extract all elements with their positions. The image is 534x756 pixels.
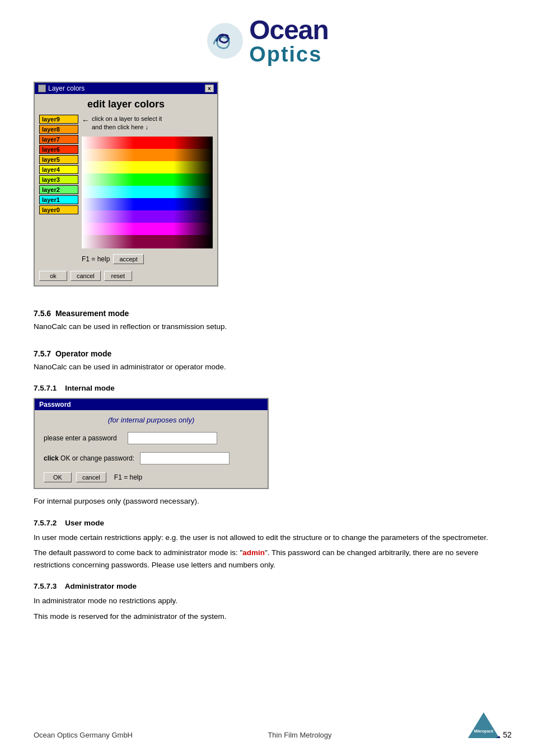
password-f1-help: F1 = help [114, 473, 142, 481]
dialog-bottom-row: ok cancel reset [35, 269, 217, 285]
dialog-titlebar: Layer colors × [35, 83, 217, 94]
section-757-body: NanoCalc can be used in administrator or… [34, 361, 500, 373]
ocean-optics-logo-icon [205, 21, 245, 60]
layer5-button[interactable]: layer5 [39, 155, 78, 164]
password-change-input[interactable] [140, 452, 229, 464]
password-buttons: OK cancel F1 = help [44, 472, 259, 482]
titlebar-left: Layer colors [38, 84, 85, 92]
color-picker-overlay [82, 137, 213, 248]
section-757-heading: 7.5.7 Operator mode [34, 349, 500, 358]
section-757-number: 7.5.7 [34, 349, 51, 358]
layer9-button[interactable]: layer9 [39, 115, 78, 124]
dialog-title: Layer colors [48, 84, 85, 92]
password-body: (for internal purposes only) please ente… [35, 410, 268, 488]
section-7571-body: For internal purposes only (password nec… [34, 496, 500, 507]
admin-password-label: admin [242, 548, 265, 557]
layer6-button[interactable]: layer6 [39, 145, 78, 154]
section-756-body: NanoCalc can be used in reflection or tr… [34, 321, 500, 332]
password-click-suffix: OK or change password: [60, 454, 134, 462]
layer7-button[interactable]: layer7 [39, 135, 78, 144]
dialog-close-button[interactable]: × [205, 84, 214, 92]
accept-row: F1 = help accept [82, 254, 213, 264]
color-picker-area[interactable] [82, 137, 213, 248]
password-dialog: Password (for internal purposes only) pl… [34, 398, 269, 489]
instruction-text: click on a layer to select it and then c… [92, 115, 162, 132]
footer-company: Ocean Optics Germany GmbH [34, 731, 133, 739]
section-7571-title: Internal mode [65, 384, 115, 392]
section-756-heading: 7.5.6 Measurement mode [34, 309, 500, 318]
cancel-button[interactable]: cancel [71, 271, 101, 281]
layer-list: layer9 layer8 layer7 layer6 layer5 layer… [39, 115, 78, 264]
section-7573-body1: In administrator mode no restrictions ap… [34, 595, 500, 607]
password-click-row: click OK or change password: [44, 452, 259, 464]
dialog-icon [38, 84, 46, 92]
footer-product: Thin Film Metrology [268, 731, 331, 739]
arrow-down-icon: ↓ [145, 124, 148, 130]
password-cancel-button[interactable]: cancel [76, 472, 106, 482]
layer4-button[interactable]: layer4 [39, 165, 78, 174]
password-field-row: please enter a password [44, 432, 259, 444]
instruction-area: ← click on a layer to select it and then… [82, 115, 213, 132]
password-titlebar: Password [35, 399, 268, 410]
layer-colors-dialog-container: Layer colors × edit layer colors layer9 … [34, 82, 500, 287]
password-click-label: click OK or change password: [44, 454, 134, 462]
mikropack-logo-icon: Mikropack [467, 711, 500, 739]
page-number: 52 [503, 730, 512, 739]
section-7572-body2-prefix: The default password to come back to adm… [34, 548, 242, 557]
section-7573-heading: 7.5.7.3 Administrator mode [34, 582, 500, 590]
footer: Ocean Optics Germany GmbH Thin Film Metr… [0, 711, 534, 739]
section-7573-body2: This mode is reserved for the administra… [34, 611, 500, 623]
layer2-button[interactable]: layer2 [39, 185, 78, 194]
password-input[interactable] [128, 432, 217, 444]
dialog-inner: layer9 layer8 layer7 layer6 layer5 layer… [39, 115, 213, 264]
footer-right: Mikropack [467, 711, 500, 739]
password-enter-label: please enter a password [44, 434, 122, 442]
section-7573-number: 7.5.7.3 [34, 582, 57, 590]
svg-point-0 [207, 23, 243, 59]
reset-button[interactable]: reset [104, 271, 132, 281]
section-756-title: Measurement mode [55, 309, 129, 318]
svg-marker-1 [468, 712, 499, 738]
click-bold-label: click [44, 454, 59, 462]
arrow-left-icon: ← [82, 116, 90, 125]
section-7572-number: 7.5.7.2 [34, 519, 57, 527]
header: Ocean Optics [0, 0, 534, 76]
section-756-number: 7.5.6 [34, 309, 51, 318]
logo-text: Ocean Optics [249, 17, 329, 65]
dialog-heading: edit layer colors [39, 98, 213, 110]
layer3-button[interactable]: layer3 [39, 175, 78, 184]
layer-colors-dialog: Layer colors × edit layer colors layer9 … [34, 82, 218, 287]
layer0-button[interactable]: layer0 [39, 205, 78, 214]
dialog-right: ← click on a layer to select it and then… [82, 115, 213, 264]
section-7572-body2: The default password to come back to adm… [34, 547, 500, 571]
dialog-body: edit layer colors layer9 layer8 layer7 l… [35, 94, 217, 269]
logo-optics: Optics [249, 44, 329, 65]
accept-button[interactable]: accept [113, 254, 143, 264]
section-757-title: Operator mode [55, 349, 111, 358]
layer1-button[interactable]: layer1 [39, 195, 78, 204]
layer8-button[interactable]: layer8 [39, 125, 78, 134]
section-7572-title: User mode [65, 519, 104, 527]
password-subtitle: (for internal purposes only) [44, 416, 259, 424]
logo-container: Ocean Optics [205, 17, 329, 65]
section-7573-title: Administrator mode [65, 582, 137, 590]
password-ok-button[interactable]: OK [44, 472, 72, 482]
logo-ocean: Ocean [249, 17, 329, 44]
main-content: Layer colors × edit layer colors layer9 … [0, 76, 534, 660]
f1-help-label: F1 = help [82, 255, 110, 263]
section-7572-heading: 7.5.7.2 User mode [34, 519, 500, 527]
section-7571-number: 7.5.7.1 [34, 384, 57, 392]
svg-text:Mikropack: Mikropack [474, 729, 494, 734]
section-7572-body1: In user mode certain restrictions apply:… [34, 532, 500, 544]
section-7571-heading: 7.5.7.1 Internal mode [34, 384, 500, 392]
ok-button[interactable]: ok [39, 271, 67, 281]
